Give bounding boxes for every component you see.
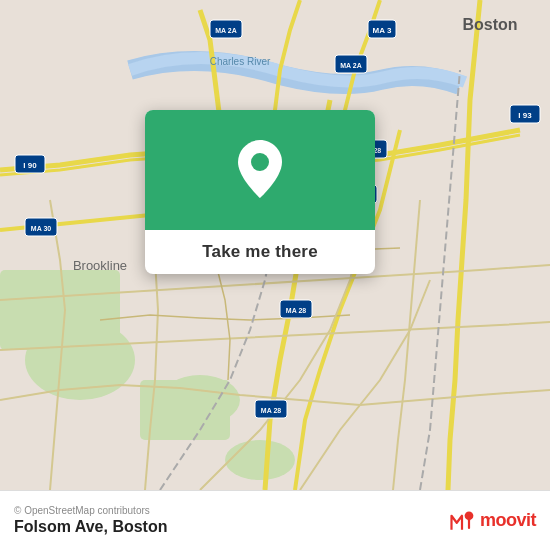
svg-rect-3	[0, 270, 120, 350]
card-green-header	[145, 110, 375, 230]
moovit-text: moovit	[480, 510, 536, 531]
svg-text:MA 28: MA 28	[261, 407, 281, 414]
bottom-left-info: © OpenStreetMap contributors Folsom Ave,…	[14, 505, 168, 536]
svg-text:MA 2A: MA 2A	[215, 27, 237, 34]
moovit-logo: moovit	[448, 507, 536, 535]
bottom-bar: © OpenStreetMap contributors Folsom Ave,…	[0, 490, 550, 550]
take-me-there-button[interactable]: Take me there	[202, 242, 318, 262]
svg-point-30	[251, 153, 269, 171]
svg-text:MA 28: MA 28	[286, 307, 306, 314]
svg-text:I 90: I 90	[23, 161, 37, 170]
card-button-area[interactable]: Take me there	[145, 230, 375, 274]
location-name: Folsom Ave, Boston	[14, 518, 168, 536]
osm-attribution: © OpenStreetMap contributors	[14, 505, 168, 516]
pin-icon	[232, 142, 288, 198]
svg-text:MA 2A: MA 2A	[340, 62, 362, 69]
svg-text:MA 30: MA 30	[31, 225, 51, 232]
svg-text:I 93: I 93	[518, 111, 532, 120]
svg-text:Charles River: Charles River	[210, 56, 271, 67]
svg-point-5	[225, 440, 295, 480]
location-card: Take me there	[145, 110, 375, 274]
svg-text:Boston: Boston	[462, 16, 517, 33]
svg-text:Brookline: Brookline	[73, 258, 127, 273]
map-container: I 90 MA 2A MA 2A MA 3 MA 28 MA 28 MA 28 …	[0, 0, 550, 490]
svg-text:MA 3: MA 3	[373, 26, 392, 35]
moovit-icon	[448, 507, 476, 535]
svg-point-32	[465, 511, 474, 520]
